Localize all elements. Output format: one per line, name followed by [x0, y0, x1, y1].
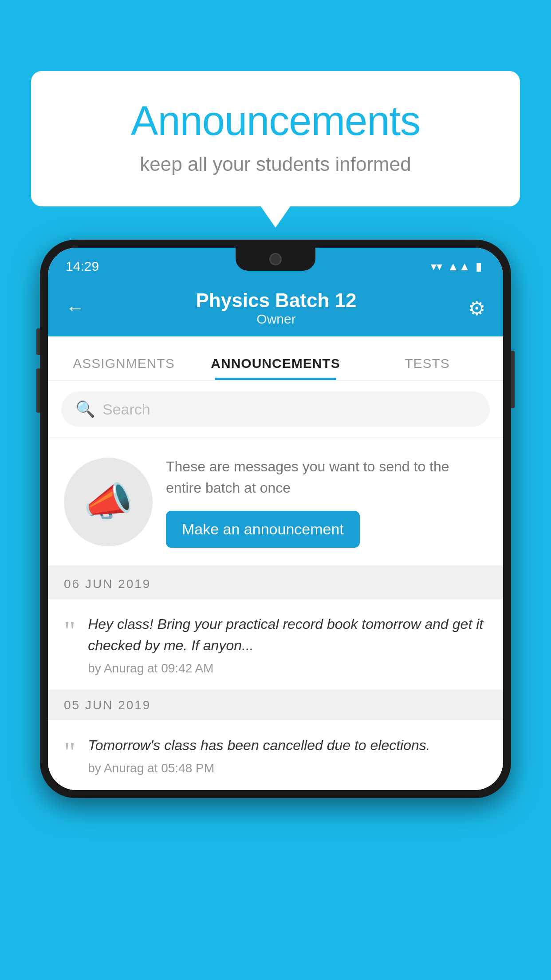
- wifi-icon: ▾▾: [431, 260, 442, 273]
- signal-icon: ▲▲: [448, 260, 470, 273]
- tabs-bar: ASSIGNMENTS ANNOUNCEMENTS TESTS: [48, 336, 503, 381]
- bubble-title: Announcements: [67, 98, 484, 144]
- bubble-subtitle: keep all your students informed: [67, 153, 484, 175]
- announcement-meta-1: by Anurag at 09:42 AM: [88, 661, 487, 676]
- search-box[interactable]: 🔍 Search: [61, 391, 490, 427]
- side-btn-volume-up: [36, 328, 40, 355]
- announcement-content-2: Tomorrow's class has been cancelled due …: [88, 735, 487, 775]
- promo-card: 📣 These are messages you want to send to…: [48, 438, 503, 569]
- megaphone-icon: 📣: [83, 478, 133, 525]
- phone-notch: [236, 248, 315, 271]
- megaphone-icon-circle: 📣: [64, 458, 153, 546]
- phone-outer: 14:29 ▾▾ ▲▲ ▮ ← Physics Batch 12 Owner ⚙: [40, 240, 511, 798]
- search-placeholder: Search: [102, 401, 150, 418]
- side-btn-power: [511, 351, 515, 408]
- app-header: ← Physics Batch 12 Owner ⚙: [48, 280, 503, 336]
- side-btn-volume-down: [36, 368, 40, 413]
- make-announcement-button[interactable]: Make an announcement: [166, 511, 360, 548]
- status-icons: ▾▾ ▲▲ ▮: [431, 260, 482, 273]
- promo-content: These are messages you want to send to t…: [166, 456, 487, 548]
- date-separator-2: 05 JUN 2019: [48, 690, 503, 720]
- header-title: Physics Batch 12: [84, 289, 468, 312]
- announcement-text-2: Tomorrow's class has been cancelled due …: [88, 735, 487, 756]
- announcement-text-1: Hey class! Bring your practical record b…: [88, 613, 487, 656]
- search-icon: 🔍: [75, 400, 95, 419]
- tab-tests[interactable]: TESTS: [351, 356, 503, 380]
- tab-assignments[interactable]: ASSIGNMENTS: [48, 356, 200, 380]
- date-separator-1: 06 JUN 2019: [48, 569, 503, 599]
- header-center: Physics Batch 12 Owner: [84, 289, 468, 327]
- phone-wrapper: 14:29 ▾▾ ▲▲ ▮ ← Physics Batch 12 Owner ⚙: [40, 240, 511, 980]
- quote-icon-2: ": [64, 738, 75, 767]
- search-container: 🔍 Search: [48, 381, 503, 438]
- header-subtitle: Owner: [84, 312, 468, 327]
- announcement-content-1: Hey class! Bring your practical record b…: [88, 613, 487, 676]
- announcement-meta-2: by Anurag at 05:48 PM: [88, 761, 487, 775]
- announcement-item-2[interactable]: " Tomorrow's class has been cancelled du…: [48, 720, 503, 790]
- speech-bubble: Announcements keep all your students inf…: [31, 71, 520, 206]
- quote-icon-1: ": [64, 617, 75, 645]
- phone-screen: 14:29 ▾▾ ▲▲ ▮ ← Physics Batch 12 Owner ⚙: [48, 248, 503, 790]
- battery-icon: ▮: [476, 260, 482, 273]
- back-button[interactable]: ←: [66, 297, 84, 319]
- tab-announcements[interactable]: ANNOUNCEMENTS: [200, 356, 351, 380]
- phone-camera: [269, 253, 282, 265]
- settings-icon[interactable]: ⚙: [468, 297, 485, 320]
- promo-description: These are messages you want to send to t…: [166, 456, 487, 498]
- announcement-item-1[interactable]: " Hey class! Bring your practical record…: [48, 599, 503, 690]
- status-time: 14:29: [66, 259, 99, 274]
